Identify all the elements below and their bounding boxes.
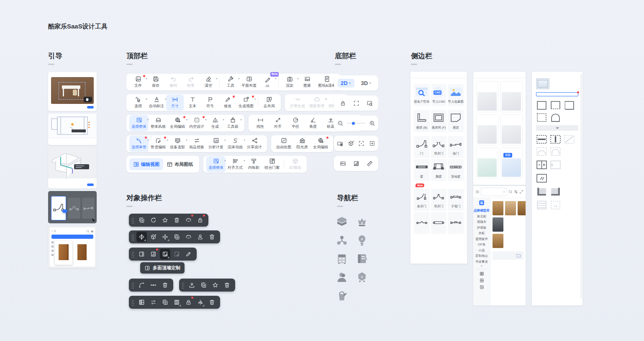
shape-option-11[interactable] — [550, 160, 561, 170]
rail-item-2[interactable]: 墙隔木 — [477, 219, 487, 225]
window-library-button[interactable] — [536, 92, 578, 96]
toolbar-item-file[interactable]: 文件▼ — [129, 74, 147, 90]
library-item[interactable] — [505, 201, 516, 216]
toolbar-item-align-dim[interactable]: 对齐 — [269, 115, 287, 131]
nav-bulb-icon[interactable] — [356, 234, 368, 247]
floorplan-tool-cdoor-mother[interactable]: 子母门 — [448, 189, 464, 211]
mini-door-tile-selected[interactable] — [51, 196, 66, 220]
rail-item-1[interactable]: 单元柜 — [477, 214, 487, 220]
floorplan-tool-window-bay[interactable]: 飘窗 — [431, 159, 447, 181]
library-item[interactable] — [493, 217, 503, 232]
rail-item-7[interactable]: 小品 — [479, 248, 485, 253]
toolbar-item-album[interactable]: 图册 — [298, 74, 316, 90]
toolbar-item-inner-design[interactable]: 内空设计▼ — [187, 115, 206, 131]
shape-option-14[interactable] — [550, 187, 561, 196]
object-action-trash[interactable] — [222, 280, 232, 290]
object-action-trash[interactable] — [207, 232, 217, 242]
floorplan-tool-room-f[interactable]: 画房间 (F) — [431, 110, 447, 132]
floorplan-tool-trace[interactable]: 导入临摹图 — [448, 84, 464, 106]
object-action-person[interactable] — [195, 232, 205, 242]
toolbar-item-generate[interactable]: 生成▼ — [206, 115, 224, 131]
nav-molecule-icon[interactable] — [336, 234, 348, 247]
bottombar-zoom-window-button[interactable] — [365, 98, 374, 108]
object-action-move[interactable] — [160, 232, 170, 242]
floorplan-tool-cwin-b[interactable] — [431, 212, 447, 234]
rail-item-3[interactable]: 护墙板 — [477, 225, 487, 231]
object-action-obj-rotate[interactable] — [187, 280, 197, 290]
shape-option-10[interactable] — [536, 160, 547, 170]
toolbar-item-gen-view[interactable]: 生成视图▼ — [236, 95, 256, 111]
shape-option-16[interactable] — [550, 200, 561, 210]
shape-option-8[interactable] — [536, 147, 547, 156]
object-action-star[interactable] — [160, 215, 170, 225]
nav-bucket-icon[interactable] — [336, 289, 348, 302]
nav-person-icon[interactable] — [336, 271, 348, 284]
toolbar-item-undo[interactable]: 撤销 — [164, 74, 182, 90]
toolbar-item-free-draw[interactable]: 自由绘图 — [274, 136, 293, 152]
drag-handle[interactable] — [131, 234, 134, 240]
bottombar-plus-box-button[interactable] — [367, 139, 377, 148]
drag-handle[interactable] — [131, 217, 134, 224]
rail-combo-library[interactable] — [480, 278, 484, 283]
object-action-orbit[interactable] — [136, 232, 147, 242]
industry-card-3[interactable] — [500, 114, 523, 145]
toolbar-item-ai-pen[interactable]: AI▼Beta — [259, 74, 276, 90]
bottombar-focus-button[interactable] — [352, 98, 361, 108]
back-icon[interactable]: ‹ — [51, 229, 53, 233]
object-action-eye-off[interactable] — [183, 215, 194, 225]
nav-crown-icon[interactable]: V — [356, 216, 368, 228]
toolbar-item-align[interactable]: 对齐方式▼ — [226, 156, 245, 172]
industry-card-1[interactable] — [500, 81, 523, 112]
shape-option-3[interactable] — [536, 113, 547, 122]
object-action-layout-split[interactable] — [136, 297, 147, 307]
toolbar-item-edit-view[interactable]: 编辑视图 — [129, 158, 163, 170]
object-action-node[interactable] — [148, 280, 159, 290]
object-action-trash[interactable] — [172, 215, 182, 225]
current-window-product[interactable] — [536, 78, 578, 89]
got-it-button[interactable] — [87, 183, 94, 186]
library-item[interactable] — [493, 234, 503, 249]
toolbar-item-cursor[interactable]: 选择▼ — [129, 95, 147, 111]
drag-handle[interactable] — [131, 251, 134, 258]
grid-icon[interactable]: ▦ — [91, 230, 93, 232]
object-action-trash[interactable] — [207, 297, 217, 307]
floorplan-tool-window[interactable]: 窗 — [414, 159, 430, 181]
toolbar-item-text[interactable]: 文本 — [184, 95, 201, 111]
object-action-corner[interactable] — [136, 280, 147, 290]
object-action-flip[interactable] — [195, 297, 205, 307]
object-action-star[interactable] — [210, 280, 221, 290]
floorplan-tool-wall-b[interactable]: 画墙 (B) — [414, 110, 430, 132]
object-action-trash[interactable] — [160, 280, 170, 290]
toolbar-item-select-whole[interactable]: 选择整体▼ — [206, 156, 226, 172]
frame-shape-expander[interactable] — [536, 125, 578, 131]
shape-option-5[interactable] — [536, 134, 547, 144]
object-action-lock[interactable] — [195, 215, 205, 225]
toolbar-item-plan[interactable]: 平面布置 — [239, 74, 259, 90]
bottombar-contrast-button[interactable] — [352, 159, 361, 168]
view-switch-3D[interactable]: 3D▼ — [358, 79, 375, 88]
object-action-duplicate[interactable] — [136, 215, 147, 225]
rail-item-4[interactable]: 衣柜 — [479, 230, 485, 236]
toolbar-item-pipe-edit[interactable]: 管道编辑▼ — [149, 136, 168, 152]
floorplan-tool-beam[interactable]: 画梁 — [448, 110, 464, 132]
floorplan-tool-cdoor-single[interactable]: 单开门 — [414, 189, 430, 211]
toolbar-item-replace[interactable]: 商品替换 — [187, 136, 206, 152]
got-it-button[interactable] — [87, 106, 94, 108]
toolbar-item-redo[interactable]: 恢复 — [182, 74, 200, 90]
toolbar-item-dimension[interactable]: 尺寸 — [166, 95, 184, 111]
toolbar-item-layout-sheet[interactable]: 布局图纸 — [163, 158, 196, 170]
search-icon[interactable] — [86, 230, 90, 233]
view-switch-2D[interactable]: 2D▼ — [338, 79, 354, 88]
toolbar-item-select-pipe[interactable]: 选择单管▼ — [129, 136, 149, 152]
floorplan-tool-cwin-a[interactable] — [414, 212, 430, 234]
toolbar-item-symbol[interactable]: 符号 — [201, 95, 219, 111]
toolbar-item-global-edit[interactable]: 全局编辑 — [311, 136, 330, 152]
bottombar-zoom-in-button[interactable] — [367, 119, 377, 128]
door-product[interactable] — [74, 240, 90, 265]
rail-widget-library[interactable] — [480, 271, 484, 276]
floorplan-tool-door-double[interactable]: 双开门 — [431, 136, 447, 158]
bottombar-focus-dot-button[interactable] — [357, 139, 366, 148]
rail-item-9[interactable]: 书桌餐桌 — [475, 259, 488, 265]
object-action-frame-edit[interactable] — [172, 249, 182, 259]
toolbar-item-scene[interactable]: 情景管理▼ — [307, 95, 326, 111]
